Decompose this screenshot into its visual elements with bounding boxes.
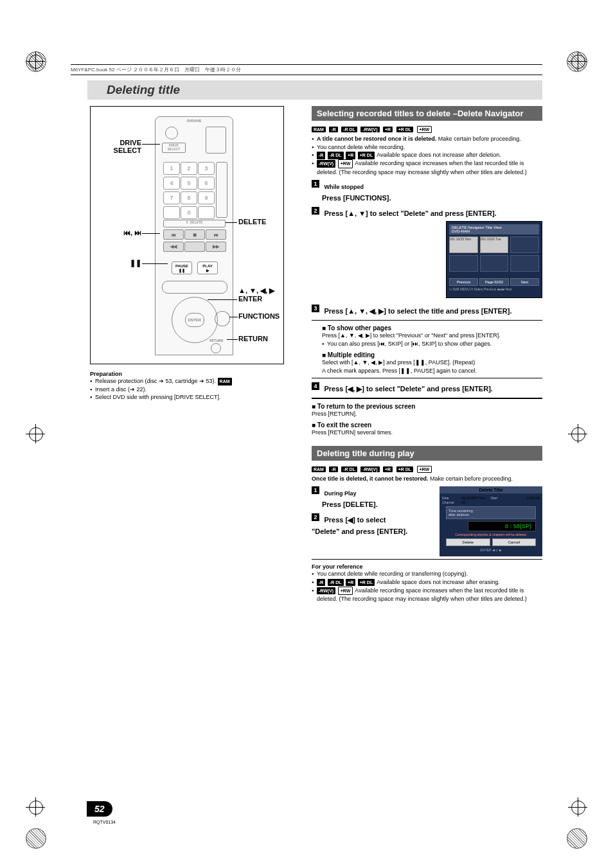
nav-footer: ⊙ SUB MENU ⊡ Select Previous ⏮ ⏭ Next [449, 287, 539, 291]
prep-bullet-1: Release protection (disc ➔ 53, cartridge… [90, 377, 302, 385]
reference-heading: For your reference [312, 563, 542, 570]
navigator-screenshot: DELETE Navigator Title View DVD-RAM 001 … [446, 221, 542, 298]
del-enter-hint: ENTER ◀ ⊙ ▶ [442, 548, 540, 552]
ch-rocker [216, 162, 227, 218]
nav-page-indicator: Page 02/02 [479, 278, 508, 286]
power-button-icon [165, 127, 178, 139]
disc-tags-2: RAM -R -R DL -RW(V) +R +R DL +RW [312, 463, 542, 475]
step-2: 2 Press [▲, ▼] to select "Delete" and pr… [312, 207, 542, 301]
page-number: 52 [87, 801, 112, 817]
sub2-text1: Select with [▲, ▼, ◀, ▶] and press [❚❚, … [322, 359, 542, 367]
s1-bullet-3: -R -R DL +R +R DL Available space does n… [312, 151, 542, 159]
label-delete: DELETE [238, 218, 266, 226]
nav-thumb-5 [480, 255, 509, 272]
number-keypad: 1 2 3 4 5 6 7 8 9 0 [163, 162, 213, 219]
sub-show-pages: To show other pages [322, 324, 542, 332]
sub1-text2: You can also press [⏮, SKIP] or [⏭, SKIP… [322, 340, 542, 348]
del-cancel-button: Cancel [492, 538, 537, 546]
reg-mark-br [568, 797, 587, 817]
reg-mark-cr [568, 424, 587, 443]
del-warning: Corresponding playlists & chapters will … [442, 533, 540, 536]
label-skip: ⏮, ⏭ [93, 229, 141, 236]
remote-top-label: DVD/VHS [155, 119, 233, 123]
exit-text: Press [RETURN] several times. [312, 429, 542, 437]
nav-thumb-2: 002 10/26 Tue [480, 236, 509, 253]
s1-bullet-1: A title cannot be restored once it is de… [312, 135, 542, 143]
ref-b3: -RW(V) +RW Available recording space inc… [312, 587, 542, 603]
remote-diagram: DVD/VHS DRIVE SELECT 1 2 3 4 5 6 7 8 [90, 106, 284, 364]
s2-step-2: 2 Press [◀] to select "Delete" and press… [312, 513, 414, 536]
del-ss-title: Delete Title [440, 486, 542, 493]
transport-buttons: ⏮ ⏹ ⏭ ◀◀ ▶▶ [163, 229, 225, 252]
delete-title-screenshot: Delete Title Date 10/ 25/2007 Mon Start … [440, 486, 542, 556]
exit-heading: To exit the screen [312, 421, 542, 429]
nav-thumb-4 [449, 255, 478, 272]
disc-tags-1: RAM -R -R DL -RW(V) +R +R DL +RW [312, 123, 542, 135]
print-mark-br [567, 828, 587, 849]
page-title: Deleting title [107, 83, 180, 96]
return-text: Press [RETURN]. [312, 410, 542, 418]
ref-b1: You cannot delete while recording or tra… [312, 570, 542, 578]
tv-controls [206, 127, 226, 154]
s2-intro: Once title is deleted, it cannot be rest… [312, 475, 542, 483]
sub2-text2: A check mark appears. Press [❚❚, PAUSE] … [322, 367, 542, 375]
del-time-value: 0 : 58(SP) [468, 521, 536, 531]
label-drive-select: DRIVE SELECT [93, 139, 141, 154]
sub1-text1: Press [▲, ▼, ◀, ▶] to select "Previous" … [322, 332, 542, 340]
sub-multiple-edit: Multiple editing [322, 351, 542, 359]
reg-mark-cl [26, 424, 45, 443]
return-button-icon [211, 343, 221, 353]
nav-thumb-3 [510, 236, 539, 253]
prep-bullet-2: Insert a disc (➔ 22). [90, 385, 302, 394]
schedule-bar [162, 281, 227, 294]
page-title-bar: Deleting title [87, 80, 542, 100]
nav-wheel: ENTER [172, 297, 218, 343]
reg-mark-tl [26, 51, 45, 71]
label-return: RETURN [238, 335, 268, 342]
reg-mark-bl [26, 797, 45, 817]
label-functions: FUNCTIONS [238, 312, 280, 320]
pause-play-buttons: PAUSE❚❚ PLAY▶ [172, 261, 218, 274]
label-arrows-enter: ▲, ▼, ◀, ▶ ENTER [238, 287, 274, 303]
del-time-label: Time remaining after deletion [446, 506, 536, 519]
document-code: RQTV0134 [93, 820, 116, 824]
return-label-remote: RETURN [209, 339, 223, 342]
nav-thumb-6 [510, 255, 539, 272]
reg-mark-tr [568, 51, 587, 71]
nav-next-button: Next [510, 278, 539, 286]
section-delete-play: Deleting title during play [312, 446, 542, 461]
return-heading: To return to the previous screen [312, 403, 542, 410]
step-3: 3 Press [▲, ▼, ◀, ▶] to select the title… [312, 305, 542, 316]
step-4: 4 Press [◀, ▶] to select "Delete" and pr… [312, 382, 542, 394]
print-mark-bl [26, 828, 46, 849]
drive-select-button: DRIVE SELECT [162, 143, 186, 153]
delete-button-remote: X DELETE [163, 220, 226, 227]
nav-ss-header: DELETE Navigator Title View DVD-RAM [449, 224, 539, 235]
section-delete-navigator: Selecting recorded titles to delete –Del… [312, 106, 542, 121]
label-pause: ❚❚ [93, 259, 141, 267]
s1-bullet-4: -RW(V) +RW Available recording space inc… [312, 159, 542, 176]
del-delete-button: Delete [446, 538, 490, 546]
book-header: M6YF&PC.book 52 ページ ２００６年２月６日 月曜日 午後３時２０… [71, 64, 542, 75]
ref-b2: -R -R DL +R +R DL Available space does n… [312, 578, 542, 587]
s1-bullet-2: You cannot delete while recording. [312, 143, 542, 152]
nav-thumb-1: 001 10/25 Mon [449, 236, 478, 253]
step-1: 1 While stopped Press [FUNCTIONS]. [312, 180, 542, 203]
prep-bullet-3: Select DVD side with pressing [DRIVE SEL… [90, 393, 302, 402]
nav-prev-button: Previous [449, 278, 478, 286]
preparation-heading: Preparation [90, 371, 302, 377]
